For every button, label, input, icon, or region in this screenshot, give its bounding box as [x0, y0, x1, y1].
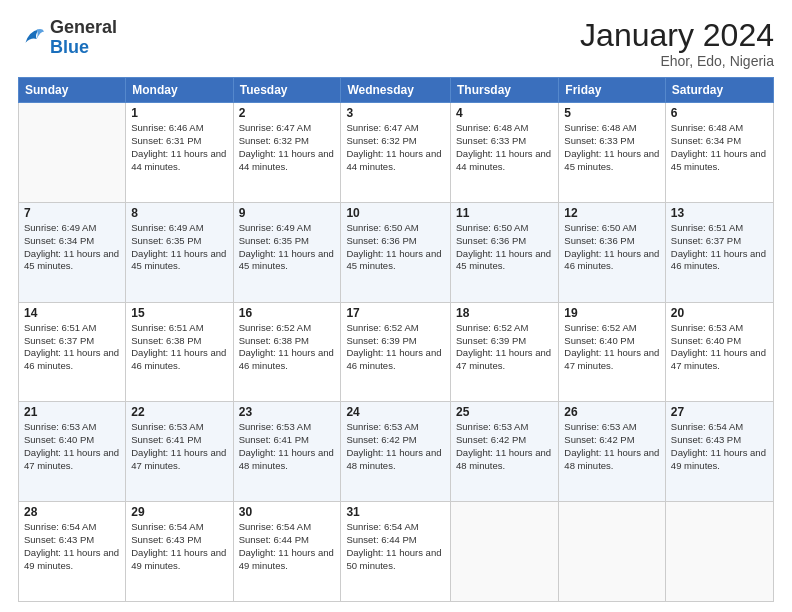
day-info: Sunrise: 6:53 AMSunset: 6:40 PMDaylight:…	[24, 421, 120, 472]
day-info: Sunrise: 6:54 AMSunset: 6:43 PMDaylight:…	[671, 421, 768, 472]
day-number: 30	[239, 505, 336, 519]
calendar-cell: 22Sunrise: 6:53 AMSunset: 6:41 PMDayligh…	[126, 402, 233, 502]
calendar-cell: 10Sunrise: 6:50 AMSunset: 6:36 PMDayligh…	[341, 202, 451, 302]
calendar-cell: 18Sunrise: 6:52 AMSunset: 6:39 PMDayligh…	[451, 302, 559, 402]
calendar-cell: 7Sunrise: 6:49 AMSunset: 6:34 PMDaylight…	[19, 202, 126, 302]
day-info: Sunrise: 6:52 AMSunset: 6:39 PMDaylight:…	[456, 322, 553, 373]
calendar-cell: 29Sunrise: 6:54 AMSunset: 6:43 PMDayligh…	[126, 502, 233, 602]
day-number: 2	[239, 106, 336, 120]
calendar-cell: 14Sunrise: 6:51 AMSunset: 6:37 PMDayligh…	[19, 302, 126, 402]
calendar-header-row: SundayMondayTuesdayWednesdayThursdayFrid…	[19, 78, 774, 103]
calendar-cell: 19Sunrise: 6:52 AMSunset: 6:40 PMDayligh…	[559, 302, 666, 402]
calendar-cell	[559, 502, 666, 602]
logo-blue-text: Blue	[50, 37, 89, 57]
col-header-tuesday: Tuesday	[233, 78, 341, 103]
calendar-table: SundayMondayTuesdayWednesdayThursdayFrid…	[18, 77, 774, 602]
day-info: Sunrise: 6:47 AMSunset: 6:32 PMDaylight:…	[346, 122, 445, 173]
logo-bird-icon	[18, 24, 46, 52]
calendar-week-row: 21Sunrise: 6:53 AMSunset: 6:40 PMDayligh…	[19, 402, 774, 502]
day-info: Sunrise: 6:54 AMSunset: 6:43 PMDaylight:…	[131, 521, 227, 572]
day-number: 27	[671, 405, 768, 419]
calendar-cell	[665, 502, 773, 602]
day-number: 19	[564, 306, 660, 320]
day-number: 1	[131, 106, 227, 120]
calendar-cell	[19, 103, 126, 203]
day-info: Sunrise: 6:48 AMSunset: 6:33 PMDaylight:…	[456, 122, 553, 173]
col-header-thursday: Thursday	[451, 78, 559, 103]
day-number: 18	[456, 306, 553, 320]
day-info: Sunrise: 6:53 AMSunset: 6:41 PMDaylight:…	[131, 421, 227, 472]
day-number: 17	[346, 306, 445, 320]
calendar-cell: 25Sunrise: 6:53 AMSunset: 6:42 PMDayligh…	[451, 402, 559, 502]
day-number: 22	[131, 405, 227, 419]
day-number: 7	[24, 206, 120, 220]
day-info: Sunrise: 6:47 AMSunset: 6:32 PMDaylight:…	[239, 122, 336, 173]
page: General Blue January 2024 Ehor, Edo, Nig…	[0, 0, 792, 612]
day-info: Sunrise: 6:48 AMSunset: 6:33 PMDaylight:…	[564, 122, 660, 173]
calendar-cell: 30Sunrise: 6:54 AMSunset: 6:44 PMDayligh…	[233, 502, 341, 602]
calendar-week-row: 1Sunrise: 6:46 AMSunset: 6:31 PMDaylight…	[19, 103, 774, 203]
day-info: Sunrise: 6:53 AMSunset: 6:40 PMDaylight:…	[671, 322, 768, 373]
calendar-cell: 28Sunrise: 6:54 AMSunset: 6:43 PMDayligh…	[19, 502, 126, 602]
col-header-saturday: Saturday	[665, 78, 773, 103]
calendar-cell: 15Sunrise: 6:51 AMSunset: 6:38 PMDayligh…	[126, 302, 233, 402]
day-number: 15	[131, 306, 227, 320]
day-number: 14	[24, 306, 120, 320]
col-header-monday: Monday	[126, 78, 233, 103]
day-info: Sunrise: 6:49 AMSunset: 6:35 PMDaylight:…	[239, 222, 336, 273]
calendar-week-row: 28Sunrise: 6:54 AMSunset: 6:43 PMDayligh…	[19, 502, 774, 602]
calendar-cell: 26Sunrise: 6:53 AMSunset: 6:42 PMDayligh…	[559, 402, 666, 502]
day-info: Sunrise: 6:53 AMSunset: 6:42 PMDaylight:…	[456, 421, 553, 472]
calendar-cell: 11Sunrise: 6:50 AMSunset: 6:36 PMDayligh…	[451, 202, 559, 302]
day-info: Sunrise: 6:48 AMSunset: 6:34 PMDaylight:…	[671, 122, 768, 173]
day-info: Sunrise: 6:52 AMSunset: 6:40 PMDaylight:…	[564, 322, 660, 373]
calendar-cell: 13Sunrise: 6:51 AMSunset: 6:37 PMDayligh…	[665, 202, 773, 302]
day-number: 29	[131, 505, 227, 519]
title-block: January 2024 Ehor, Edo, Nigeria	[580, 18, 774, 69]
day-info: Sunrise: 6:46 AMSunset: 6:31 PMDaylight:…	[131, 122, 227, 173]
day-number: 11	[456, 206, 553, 220]
calendar-cell	[451, 502, 559, 602]
day-info: Sunrise: 6:53 AMSunset: 6:41 PMDaylight:…	[239, 421, 336, 472]
calendar-cell: 20Sunrise: 6:53 AMSunset: 6:40 PMDayligh…	[665, 302, 773, 402]
day-number: 3	[346, 106, 445, 120]
day-info: Sunrise: 6:50 AMSunset: 6:36 PMDaylight:…	[456, 222, 553, 273]
calendar-cell: 5Sunrise: 6:48 AMSunset: 6:33 PMDaylight…	[559, 103, 666, 203]
day-number: 8	[131, 206, 227, 220]
day-number: 20	[671, 306, 768, 320]
day-number: 25	[456, 405, 553, 419]
col-header-sunday: Sunday	[19, 78, 126, 103]
calendar-cell: 12Sunrise: 6:50 AMSunset: 6:36 PMDayligh…	[559, 202, 666, 302]
location-subtitle: Ehor, Edo, Nigeria	[580, 53, 774, 69]
logo-general-text: General	[50, 17, 117, 37]
day-number: 6	[671, 106, 768, 120]
day-number: 10	[346, 206, 445, 220]
day-number: 16	[239, 306, 336, 320]
header: General Blue January 2024 Ehor, Edo, Nig…	[18, 18, 774, 69]
calendar-cell: 21Sunrise: 6:53 AMSunset: 6:40 PMDayligh…	[19, 402, 126, 502]
calendar-cell: 17Sunrise: 6:52 AMSunset: 6:39 PMDayligh…	[341, 302, 451, 402]
day-info: Sunrise: 6:54 AMSunset: 6:43 PMDaylight:…	[24, 521, 120, 572]
day-number: 13	[671, 206, 768, 220]
day-info: Sunrise: 6:54 AMSunset: 6:44 PMDaylight:…	[239, 521, 336, 572]
day-info: Sunrise: 6:54 AMSunset: 6:44 PMDaylight:…	[346, 521, 445, 572]
day-info: Sunrise: 6:49 AMSunset: 6:35 PMDaylight:…	[131, 222, 227, 273]
calendar-cell: 23Sunrise: 6:53 AMSunset: 6:41 PMDayligh…	[233, 402, 341, 502]
calendar-week-row: 14Sunrise: 6:51 AMSunset: 6:37 PMDayligh…	[19, 302, 774, 402]
day-info: Sunrise: 6:51 AMSunset: 6:37 PMDaylight:…	[671, 222, 768, 273]
day-info: Sunrise: 6:49 AMSunset: 6:34 PMDaylight:…	[24, 222, 120, 273]
calendar-cell: 9Sunrise: 6:49 AMSunset: 6:35 PMDaylight…	[233, 202, 341, 302]
day-number: 28	[24, 505, 120, 519]
day-info: Sunrise: 6:51 AMSunset: 6:37 PMDaylight:…	[24, 322, 120, 373]
calendar-cell: 8Sunrise: 6:49 AMSunset: 6:35 PMDaylight…	[126, 202, 233, 302]
calendar-cell: 2Sunrise: 6:47 AMSunset: 6:32 PMDaylight…	[233, 103, 341, 203]
day-number: 4	[456, 106, 553, 120]
calendar-week-row: 7Sunrise: 6:49 AMSunset: 6:34 PMDaylight…	[19, 202, 774, 302]
calendar-cell: 6Sunrise: 6:48 AMSunset: 6:34 PMDaylight…	[665, 103, 773, 203]
day-info: Sunrise: 6:52 AMSunset: 6:38 PMDaylight:…	[239, 322, 336, 373]
calendar-cell: 31Sunrise: 6:54 AMSunset: 6:44 PMDayligh…	[341, 502, 451, 602]
day-info: Sunrise: 6:50 AMSunset: 6:36 PMDaylight:…	[346, 222, 445, 273]
day-info: Sunrise: 6:52 AMSunset: 6:39 PMDaylight:…	[346, 322, 445, 373]
calendar-cell: 27Sunrise: 6:54 AMSunset: 6:43 PMDayligh…	[665, 402, 773, 502]
day-number: 5	[564, 106, 660, 120]
